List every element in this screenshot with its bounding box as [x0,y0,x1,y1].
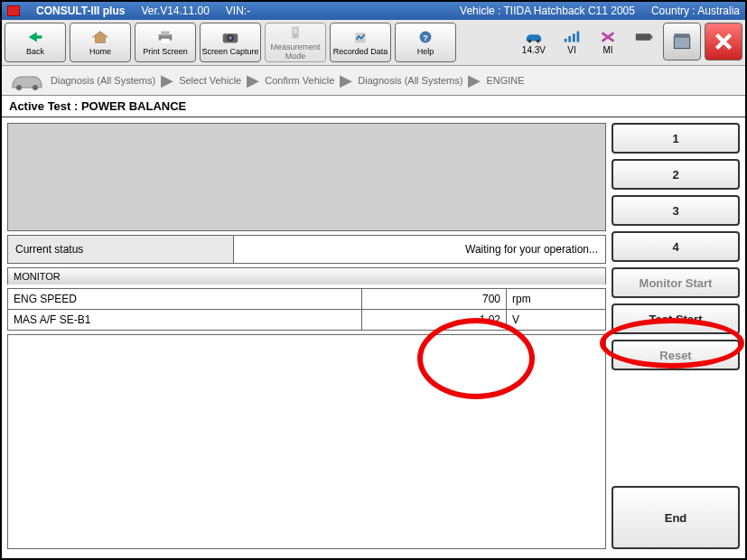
bc-step-2[interactable]: Select Vehicle [179,75,241,86]
help-icon: ? [416,29,435,45]
monitor-param-name: MAS A/F SE-B1 [8,310,362,331]
battery-label [643,45,646,55]
bc-step-5[interactable]: ENGINE [486,75,524,86]
table-row: MAS A/F SE-B1 1.02 V [8,310,606,331]
screen-capture-button[interactable]: Screen Capture [200,23,261,62]
cylinder-2-button[interactable]: 2 [612,159,740,190]
app-name: CONSULT-III plus [36,5,125,17]
recorded-data-button[interactable]: Recorded Data [330,23,391,62]
monitor-table: ENG SPEED 700 rpm MAS A/F SE-B1 1.02 V [7,288,606,331]
cylinder-4-button[interactable]: 4 [612,231,740,262]
measurement-mode-button[interactable]: Measurement Mode [265,23,326,62]
chevron-right-icon: ▶ [161,70,173,90]
empty-area [7,334,606,549]
svg-rect-14 [568,36,571,42]
cylinder-1-button[interactable]: 1 [612,123,740,154]
monitor-param-unit: V [507,310,606,331]
close-button[interactable] [705,23,742,61]
home-icon [90,29,110,45]
window-button[interactable] [663,23,701,61]
table-row: ENG SPEED 700 rpm [8,289,606,310]
measurement-icon [285,24,305,41]
monitor-param-unit: rpm [507,289,606,310]
battery-icon [634,31,654,43]
bc-step4-label: Diagnosis (All Systems) [358,75,462,86]
print-label: Print Screen [143,47,188,56]
bc-step5-label: ENGINE [486,75,524,86]
voltage-indicator: 14.3V [522,31,546,55]
monitor-start-button[interactable]: Monitor Start [612,267,740,298]
back-label: Back [26,47,44,56]
back-arrow-icon [25,29,45,45]
country-label: Country : Australia [651,5,740,17]
window-icon [670,30,694,53]
mi-label: MI [602,45,612,55]
printer-icon [155,29,175,45]
bc-step-4[interactable]: Diagnosis (All Systems) [358,75,462,86]
bc-step-3[interactable]: Confirm Vehicle [265,75,334,86]
display-panel [7,123,606,231]
vehicle-label: Vehicle : TIIDA Hatchback C11 2005 [460,5,635,17]
svg-rect-17 [636,33,651,40]
battery-indicator [634,31,654,55]
recorded-data-icon [350,29,370,45]
current-status-label: Current status [8,236,234,263]
vi-label: VI [567,45,575,55]
svg-point-21 [16,85,22,90]
camera-icon [220,29,240,45]
chevron-right-icon: ▶ [340,70,352,90]
svg-rect-1 [161,32,169,36]
vin-label: VIN:- [226,5,250,17]
svg-point-5 [229,36,232,40]
measure-label: Measurement Mode [266,42,325,61]
svg-point-12 [537,39,540,42]
current-status-value: Waiting for your operation... [234,236,605,263]
chevron-right-icon: ▶ [247,70,259,90]
print-screen-button[interactable]: Print Screen [135,23,196,62]
svg-point-22 [33,85,38,90]
title-bar: CONSULT-III plus Ver.V14.11.00 VIN:- Veh… [2,2,745,20]
vi-indicator: VI [562,31,582,55]
back-button[interactable]: Back [5,23,66,62]
x-icon [598,31,618,43]
end-button[interactable]: End [612,486,740,549]
monitor-param-name: ENG SPEED [8,289,362,310]
help-label: Help [417,47,434,56]
home-button[interactable]: Home [70,23,131,62]
cylinder-3-button[interactable]: 3 [612,195,740,226]
signal-icon [562,31,582,43]
svg-rect-7 [294,28,297,33]
voltage-value: 14.3V [522,45,546,55]
toolbar: Back Home Print Screen Screen Capture Me… [2,20,745,66]
chevron-right-icon: ▶ [468,70,481,90]
recorded-label: Recorded Data [333,47,388,56]
mi-indicator: MI [598,31,618,55]
breadcrumb: Diagnosis (All Systems) ▶ Select Vehicle… [2,66,745,96]
svg-rect-2 [161,39,169,43]
bc-step2-label: Select Vehicle [179,75,241,86]
svg-text:?: ? [423,33,428,42]
svg-rect-15 [573,33,575,42]
app-logo-icon [7,5,20,16]
bc-step1-label: Diagnosis (All Systems) [51,75,155,86]
home-label: Home [89,47,111,56]
monitor-param-value: 1.02 [362,310,507,331]
svg-rect-18 [650,35,652,39]
svg-rect-19 [674,37,689,49]
svg-point-11 [528,39,532,42]
svg-rect-20 [674,33,689,37]
close-icon [712,30,735,53]
test-start-button[interactable]: Test Start [612,303,740,334]
active-test-title: Active Test : POWER BALANCE [2,96,745,117]
monitor-param-value: 700 [362,289,507,310]
svg-rect-16 [577,31,580,42]
bc-step3-label: Confirm Vehicle [265,75,334,86]
monitor-header: MONITOR [7,267,606,285]
diagnosis-car-icon [9,70,45,91]
capture-label: Screen Capture [201,47,258,56]
bc-step-1[interactable]: Diagnosis (All Systems) [51,75,155,86]
help-button[interactable]: ? Help [395,23,456,62]
app-version: Ver.V14.11.00 [141,5,209,17]
reset-button[interactable]: Reset [612,340,740,370]
current-status-row: Current status Waiting for your operatio… [7,235,606,264]
